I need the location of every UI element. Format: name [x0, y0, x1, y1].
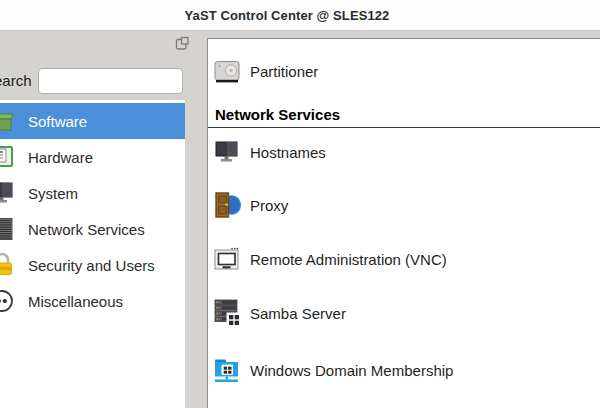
window-title: YaST Control Center @ SLES122	[185, 8, 390, 23]
search-input[interactable]	[38, 68, 183, 94]
monitor-icon	[214, 140, 240, 165]
network-folder-windows-icon	[214, 356, 243, 385]
detach-pane-button[interactable]	[175, 36, 190, 51]
sidebar-item-label: Hardware	[28, 149, 93, 166]
restore-window-icon	[175, 36, 190, 51]
sidebar-item-security-and-users[interactable]: Security and Users	[0, 247, 185, 283]
sidebar-item-software[interactable]: Software	[0, 103, 185, 139]
module-label: Hostnames	[250, 144, 326, 161]
module-label: Partitioner	[250, 63, 318, 80]
sidebar-item-network-services[interactable]: Network Services	[0, 211, 185, 247]
sidebar-item-label: Security and Users	[28, 257, 155, 274]
sidebar-item-hardware[interactable]: Hardware	[0, 139, 185, 175]
security-lock-icon	[0, 252, 15, 278]
sidebar-item-label: Network Services	[28, 221, 145, 238]
miscellaneous-dots-icon	[0, 288, 15, 314]
server-rack-windows-icon	[214, 298, 243, 328]
module-item-remote-administration-vnc[interactable]: Remote Administration (VNC)	[214, 247, 447, 272]
search-label: Search	[0, 72, 32, 89]
section-rule	[208, 127, 600, 128]
network-rack-icon	[0, 216, 15, 242]
module-item-windows-domain-membership[interactable]: Windows Domain Membership	[214, 356, 453, 385]
remote-desktop-icon	[214, 247, 240, 272]
hard-drive-icon	[214, 60, 240, 83]
module-label: Proxy	[250, 197, 288, 214]
sidebar-item-label: Miscellaneous	[28, 293, 123, 310]
module-label: Samba Server	[250, 305, 346, 322]
module-item-proxy[interactable]: Proxy	[214, 192, 288, 218]
software-package-icon	[0, 108, 15, 134]
module-label: Remote Administration (VNC)	[250, 251, 447, 268]
sidebar-item-label: Software	[28, 113, 87, 130]
window-titlebar: YaST Control Center @ SLES122	[0, 0, 600, 31]
module-item-samba-server[interactable]: Samba Server	[214, 298, 346, 328]
module-panel: Partitioner Network Services Hostnames	[207, 38, 600, 408]
module-item-hostnames[interactable]: Hostnames	[214, 140, 326, 164]
sidebar-item-label: System	[28, 185, 78, 202]
section-header: Network Services	[215, 106, 340, 123]
door-globe-icon	[214, 192, 241, 218]
module-item-partitioner[interactable]: Partitioner	[214, 59, 318, 83]
category-list: Software Hardware System	[0, 100, 185, 408]
system-monitor-icon	[0, 180, 15, 206]
module-label: Windows Domain Membership	[250, 362, 453, 379]
sidebar-item-system[interactable]: System	[0, 175, 185, 211]
hardware-printer-icon	[0, 144, 15, 170]
sidebar-item-miscellaneous[interactable]: Miscellaneous	[0, 283, 185, 319]
